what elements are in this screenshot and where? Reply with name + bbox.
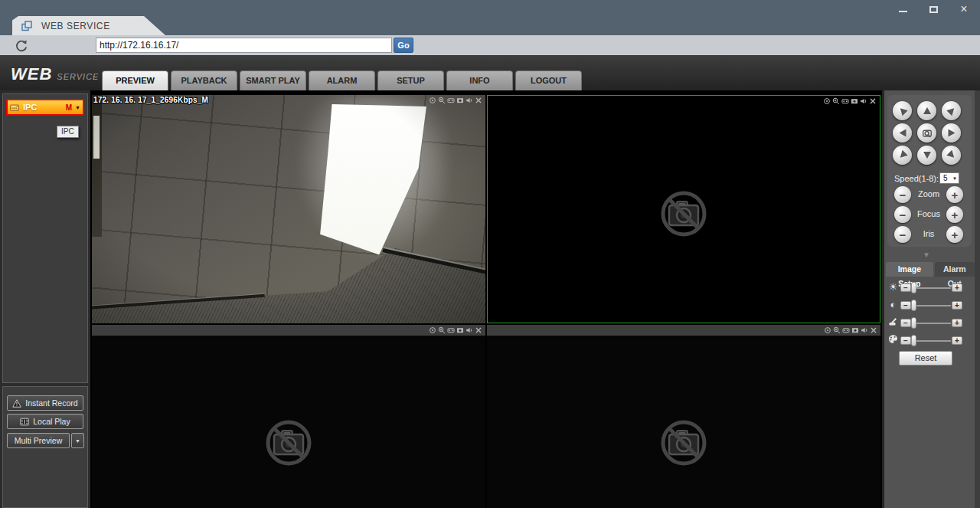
iris-minus-button[interactable]: − [894, 226, 911, 243]
zoom-out-button[interactable]: − [894, 186, 911, 203]
tab-image-setup[interactable]: Image Setup [886, 262, 933, 277]
web-service-logo: WEBSERVICE [11, 64, 99, 84]
focus-minus-button[interactable]: − [894, 206, 911, 223]
no-video-camera-icon [264, 418, 313, 467]
refresh-icon[interactable] [14, 38, 29, 53]
hue-plus-button[interactable]: + [952, 336, 962, 345]
saturation-plus-button[interactable]: + [952, 319, 962, 327]
digital-zoom-icon[interactable] [429, 97, 436, 104]
collapse-panel-button[interactable]: ▼ [884, 251, 969, 259]
video-pane-3[interactable] [92, 325, 485, 508]
saturation-slider-track[interactable] [912, 323, 951, 324]
speed-select[interactable]: 5 ▼ [939, 172, 959, 184]
zoom-in-icon[interactable] [833, 326, 841, 334]
zoom-in-icon[interactable] [438, 326, 446, 334]
zoom-label: Zoom [911, 189, 946, 198]
record-icon[interactable] [842, 326, 850, 334]
tab-preview[interactable]: PREVIEW [102, 70, 168, 90]
reset-button[interactable]: Reset [899, 351, 952, 365]
ptz-scan-button[interactable] [917, 123, 936, 143]
close-icon[interactable] [475, 97, 482, 104]
focus-row: − Focus + [887, 206, 972, 225]
close-icon[interactable] [870, 326, 877, 334]
saturation-slider-row: − + [884, 316, 975, 329]
instant-record-button[interactable]: Instant Record [7, 395, 83, 411]
snapshot-icon[interactable] [456, 326, 464, 334]
ptz-down-button[interactable] [917, 146, 936, 165]
video-pane-2-selected[interactable] [487, 95, 880, 323]
audio-icon[interactable] [466, 97, 473, 104]
contrast-slider-track[interactable] [912, 305, 951, 306]
tab-playback[interactable]: PLAYBACK [171, 70, 237, 90]
record-icon[interactable] [447, 97, 455, 104]
focus-plus-button[interactable]: + [946, 206, 963, 223]
snapshot-icon[interactable] [851, 326, 859, 334]
no-video-camera-icon [659, 189, 708, 238]
minimize-button[interactable] [893, 2, 913, 16]
audio-icon[interactable] [861, 326, 868, 334]
snapshot-icon[interactable] [851, 97, 858, 105]
brightness-minus-button[interactable]: − [900, 283, 911, 292]
browser-tab[interactable]: WEB SERVICE [12, 16, 165, 35]
position-scan-icon [922, 128, 933, 139]
tab-logout[interactable]: LOGOUT [515, 70, 582, 90]
chevron-down-icon: ▼ [952, 176, 959, 181]
brightness-slider-thumb[interactable] [911, 282, 916, 293]
digital-zoom-icon[interactable] [823, 97, 831, 105]
go-button[interactable]: Go [394, 38, 413, 53]
ptz-up-left-button[interactable] [893, 101, 912, 120]
hue-minus-button[interactable]: − [900, 336, 911, 345]
pane-controls [823, 97, 877, 105]
saturation-minus-button[interactable]: − [900, 319, 911, 327]
hue-slider-thumb[interactable] [911, 335, 916, 346]
url-input[interactable] [96, 38, 392, 53]
digital-zoom-icon[interactable] [824, 326, 831, 334]
channel-tooltip: IPC [57, 126, 79, 138]
audio-icon[interactable] [860, 97, 867, 105]
local-play-button[interactable]: Local Play [7, 414, 83, 429]
ptz-down-right-button[interactable] [942, 146, 961, 165]
hue-slider-track[interactable] [912, 340, 951, 342]
iris-plus-button[interactable]: + [946, 226, 963, 243]
chevron-down-icon[interactable]: ▼ [75, 105, 80, 110]
tab-smart-play[interactable]: SMART PLAY [240, 70, 306, 90]
maximize-button[interactable] [923, 2, 943, 16]
ptz-up-right-button[interactable] [942, 101, 961, 120]
snapshot-icon[interactable] [456, 97, 464, 104]
zoom-in-icon[interactable] [832, 97, 840, 105]
multi-preview-button[interactable]: Multi Preview [7, 433, 70, 448]
arrow-down-left-icon [897, 150, 907, 160]
contrast-slider-thumb[interactable] [911, 300, 916, 311]
minus-icon: − [900, 189, 906, 201]
tab-info[interactable]: INFO [446, 70, 513, 90]
audio-icon[interactable] [466, 326, 473, 334]
close-icon[interactable] [869, 97, 877, 105]
iris-row: − Iris + [887, 226, 972, 244]
record-icon[interactable] [447, 326, 455, 334]
contrast-plus-button[interactable]: + [952, 301, 962, 310]
chevron-down-icon: ▼ [75, 438, 80, 444]
minus-icon: − [903, 336, 908, 345]
zoom-in-icon[interactable] [438, 97, 446, 104]
video-pane-4[interactable] [487, 325, 880, 508]
tab-alarm[interactable]: ALARM [309, 70, 375, 90]
tab-alarm-out[interactable]: Alarm Out [935, 262, 975, 277]
multi-preview-dropdown-button[interactable]: ▼ [71, 433, 84, 448]
ptz-down-left-button[interactable] [893, 146, 912, 165]
zoom-in-button[interactable]: + [946, 186, 963, 203]
digital-zoom-icon[interactable] [429, 326, 436, 334]
close-button[interactable]: × [954, 2, 974, 16]
brightness-plus-button[interactable]: + [952, 283, 962, 292]
record-icon[interactable] [841, 97, 849, 105]
tab-setup[interactable]: SETUP [377, 70, 444, 90]
ptz-up-button[interactable] [917, 101, 936, 120]
brightness-slider-track[interactable] [912, 287, 951, 289]
close-icon[interactable] [475, 326, 482, 334]
saturation-icon [887, 316, 899, 328]
contrast-minus-button[interactable]: − [900, 301, 911, 310]
ptz-left-button[interactable] [893, 123, 912, 143]
video-pane-1[interactable]: 172. 16. 16. 17_1_2696Kbps_M [92, 95, 485, 323]
channel-item-ipc[interactable]: IPC M ▼ [6, 99, 84, 116]
saturation-slider-thumb[interactable] [911, 317, 916, 329]
ptz-right-button[interactable] [942, 123, 961, 143]
